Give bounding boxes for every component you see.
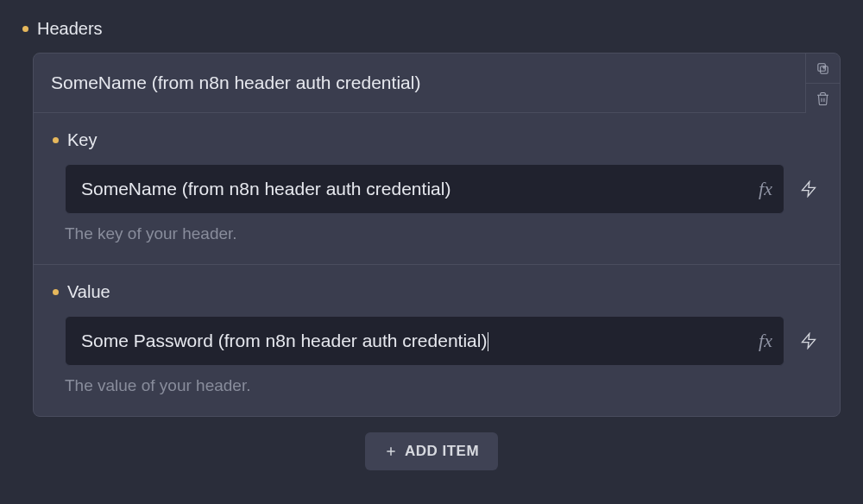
plus-icon bbox=[384, 444, 398, 458]
item-summary[interactable]: SomeName (from n8n header auth credentia… bbox=[34, 54, 805, 113]
bullet-icon bbox=[53, 137, 59, 143]
add-item-label: ADD ITEM bbox=[405, 443, 479, 460]
text-caret-icon bbox=[488, 332, 488, 351]
section-title: Headers bbox=[37, 19, 103, 39]
trash-icon bbox=[816, 91, 830, 106]
value-label-row: Value bbox=[53, 282, 821, 302]
section-header: Headers bbox=[22, 19, 841, 39]
key-input-value: SomeName (from n8n header auth credentia… bbox=[81, 179, 450, 198]
value-hint: The value of your header. bbox=[65, 376, 821, 395]
value-field-block: Value Some Password (from n8n header aut… bbox=[34, 265, 840, 416]
value-input[interactable]: Some Password (from n8n header auth cred… bbox=[65, 316, 784, 366]
key-label: Key bbox=[67, 130, 97, 150]
key-label-row: Key bbox=[53, 130, 821, 150]
key-field-block: Key SomeName (from n8n header auth crede… bbox=[34, 113, 840, 265]
item-header-row: SomeName (from n8n header auth credentia… bbox=[34, 54, 840, 113]
bullet-icon bbox=[53, 289, 59, 295]
expression-toggle-button[interactable] bbox=[797, 329, 821, 353]
svg-marker-4 bbox=[803, 182, 816, 197]
bolt-icon bbox=[800, 180, 817, 198]
header-item-card: SomeName (from n8n header auth credentia… bbox=[33, 53, 841, 417]
expression-toggle-button[interactable] bbox=[797, 177, 821, 201]
bullet-icon bbox=[22, 26, 28, 32]
value-input-value: Some Password (from n8n header auth cred… bbox=[81, 331, 487, 350]
key-hint: The key of your header. bbox=[65, 224, 821, 243]
svg-marker-5 bbox=[803, 334, 816, 349]
add-item-button[interactable]: ADD ITEM bbox=[365, 432, 498, 470]
value-input-wrap: Some Password (from n8n header auth cred… bbox=[65, 316, 784, 366]
bolt-icon bbox=[800, 332, 817, 350]
duplicate-button[interactable] bbox=[806, 54, 840, 84]
key-input-row: SomeName (from n8n header auth credentia… bbox=[65, 164, 821, 214]
key-input[interactable]: SomeName (from n8n header auth credentia… bbox=[65, 164, 784, 214]
headers-panel: Headers SomeName (from n8n header auth c… bbox=[0, 0, 863, 486]
key-input-wrap: SomeName (from n8n header auth credentia… bbox=[65, 164, 784, 214]
duplicate-icon bbox=[816, 61, 830, 76]
add-item-row: ADD ITEM bbox=[22, 432, 841, 470]
value-label: Value bbox=[67, 282, 110, 302]
value-input-row: Some Password (from n8n header auth cred… bbox=[65, 316, 821, 366]
delete-button[interactable] bbox=[806, 84, 840, 113]
item-controls bbox=[805, 54, 840, 113]
